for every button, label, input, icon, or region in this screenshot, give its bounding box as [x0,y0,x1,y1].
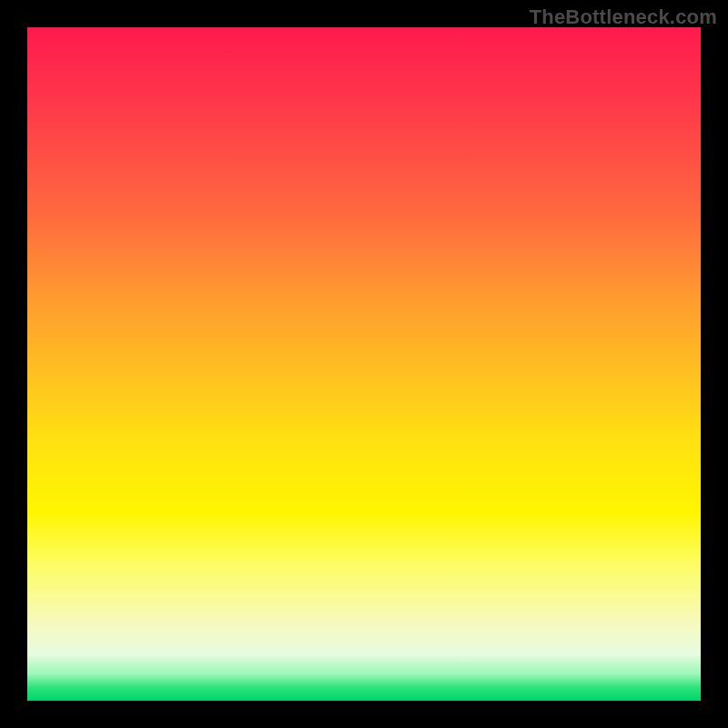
watermark: TheBottleneck.com [530,5,717,29]
heat-gradient [27,27,701,701]
plot-area [27,27,701,701]
chart-frame: TheBottleneck.com [0,0,728,728]
